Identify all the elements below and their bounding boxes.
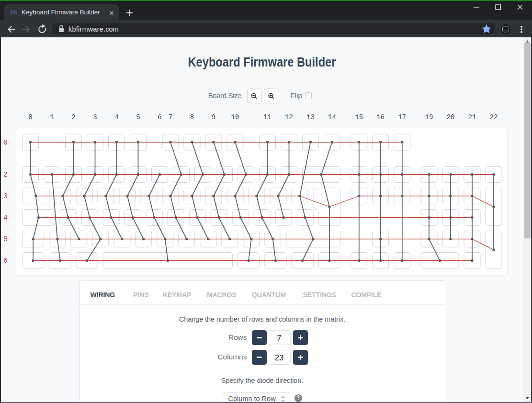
svg-text:1: 1 xyxy=(50,113,54,121)
svg-text:5pm: 5pm xyxy=(503,29,508,32)
svg-text:10: 10 xyxy=(231,113,239,121)
svg-text:6: 6 xyxy=(3,257,7,265)
svg-text:8: 8 xyxy=(190,113,194,121)
svg-text:3: 3 xyxy=(93,113,97,121)
svg-text:2: 2 xyxy=(71,113,75,121)
svg-text:16: 16 xyxy=(376,113,385,121)
svg-text:21: 21 xyxy=(468,113,476,121)
svg-text:15: 15 xyxy=(355,113,363,121)
svg-text:19: 19 xyxy=(425,113,433,121)
svg-text:4: 4 xyxy=(3,214,7,222)
svg-text:13: 13 xyxy=(306,113,315,121)
svg-text:11: 11 xyxy=(263,113,272,121)
svg-text:6: 6 xyxy=(158,113,161,121)
svg-text:17: 17 xyxy=(398,113,406,121)
svg-text:0: 0 xyxy=(3,139,7,146)
svg-text:14: 14 xyxy=(328,113,336,121)
svg-text:12: 12 xyxy=(285,113,293,121)
svg-text:9: 9 xyxy=(212,113,215,121)
svg-text:5: 5 xyxy=(136,113,140,121)
svg-text:7: 7 xyxy=(169,113,172,121)
svg-text:4: 4 xyxy=(114,113,118,121)
svg-text:20: 20 xyxy=(447,113,455,121)
svg-text:5: 5 xyxy=(3,235,7,243)
svg-text:22: 22 xyxy=(490,113,498,121)
svg-text:0: 0 xyxy=(28,113,32,121)
svg-text:3: 3 xyxy=(3,192,7,200)
svg-text:2: 2 xyxy=(3,171,7,179)
